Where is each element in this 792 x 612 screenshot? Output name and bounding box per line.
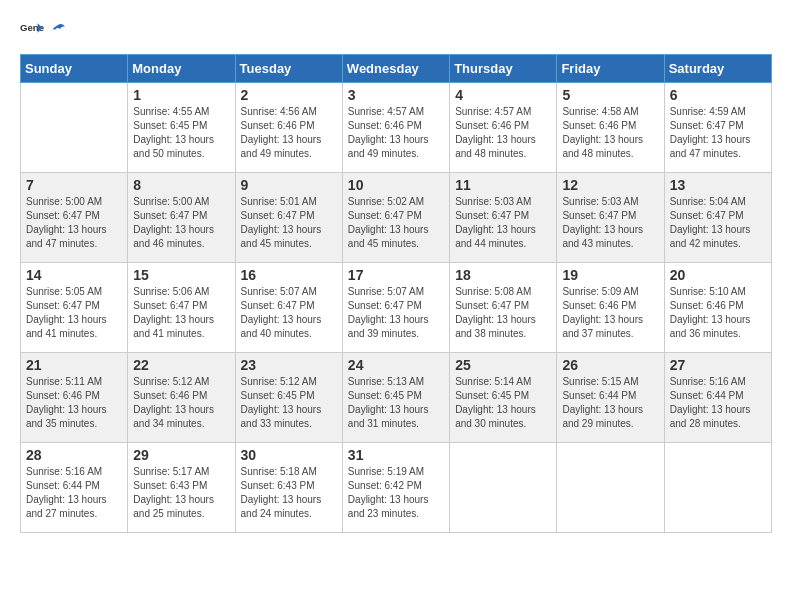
sunset-text: Sunset: 6:47 PM bbox=[455, 300, 529, 311]
day-info: Sunrise: 5:02 AM Sunset: 6:47 PM Dayligh… bbox=[348, 195, 444, 251]
sunrise-text: Sunrise: 5:07 AM bbox=[348, 286, 424, 297]
sunrise-text: Sunrise: 5:06 AM bbox=[133, 286, 209, 297]
sunset-text: Sunset: 6:43 PM bbox=[241, 480, 315, 491]
sunset-text: Sunset: 6:46 PM bbox=[562, 120, 636, 131]
day-info: Sunrise: 5:17 AM Sunset: 6:43 PM Dayligh… bbox=[133, 465, 229, 521]
calendar-cell: 21 Sunrise: 5:11 AM Sunset: 6:46 PM Dayl… bbox=[21, 353, 128, 443]
sunrise-text: Sunrise: 4:57 AM bbox=[455, 106, 531, 117]
day-info: Sunrise: 5:10 AM Sunset: 6:46 PM Dayligh… bbox=[670, 285, 766, 341]
daylight-text: Daylight: 13 hours and 45 minutes. bbox=[241, 224, 322, 249]
header: General bbox=[20, 20, 772, 44]
daylight-text: Daylight: 13 hours and 41 minutes. bbox=[26, 314, 107, 339]
day-number: 24 bbox=[348, 357, 444, 373]
day-number: 18 bbox=[455, 267, 551, 283]
day-info: Sunrise: 5:07 AM Sunset: 6:47 PM Dayligh… bbox=[241, 285, 337, 341]
calendar-cell: 22 Sunrise: 5:12 AM Sunset: 6:46 PM Dayl… bbox=[128, 353, 235, 443]
day-number: 27 bbox=[670, 357, 766, 373]
day-info: Sunrise: 5:03 AM Sunset: 6:47 PM Dayligh… bbox=[562, 195, 658, 251]
sunset-text: Sunset: 6:46 PM bbox=[241, 120, 315, 131]
day-number: 22 bbox=[133, 357, 229, 373]
sunrise-text: Sunrise: 5:14 AM bbox=[455, 376, 531, 387]
sunrise-text: Sunrise: 4:58 AM bbox=[562, 106, 638, 117]
day-info: Sunrise: 5:08 AM Sunset: 6:47 PM Dayligh… bbox=[455, 285, 551, 341]
calendar-cell: 29 Sunrise: 5:17 AM Sunset: 6:43 PM Dayl… bbox=[128, 443, 235, 533]
daylight-text: Daylight: 13 hours and 31 minutes. bbox=[348, 404, 429, 429]
sunset-text: Sunset: 6:47 PM bbox=[241, 300, 315, 311]
day-number: 12 bbox=[562, 177, 658, 193]
week-row-3: 14 Sunrise: 5:05 AM Sunset: 6:47 PM Dayl… bbox=[21, 263, 772, 353]
day-number: 25 bbox=[455, 357, 551, 373]
calendar-cell: 26 Sunrise: 5:15 AM Sunset: 6:44 PM Dayl… bbox=[557, 353, 664, 443]
sunrise-text: Sunrise: 5:12 AM bbox=[241, 376, 317, 387]
sunrise-text: Sunrise: 5:08 AM bbox=[455, 286, 531, 297]
calendar-cell: 28 Sunrise: 5:16 AM Sunset: 6:44 PM Dayl… bbox=[21, 443, 128, 533]
sunset-text: Sunset: 6:43 PM bbox=[133, 480, 207, 491]
sunrise-text: Sunrise: 5:01 AM bbox=[241, 196, 317, 207]
calendar-cell: 24 Sunrise: 5:13 AM Sunset: 6:45 PM Dayl… bbox=[342, 353, 449, 443]
week-row-1: 1 Sunrise: 4:55 AM Sunset: 6:45 PM Dayli… bbox=[21, 83, 772, 173]
day-info: Sunrise: 5:18 AM Sunset: 6:43 PM Dayligh… bbox=[241, 465, 337, 521]
day-info: Sunrise: 5:05 AM Sunset: 6:47 PM Dayligh… bbox=[26, 285, 122, 341]
day-info: Sunrise: 4:58 AM Sunset: 6:46 PM Dayligh… bbox=[562, 105, 658, 161]
day-number: 6 bbox=[670, 87, 766, 103]
day-info: Sunrise: 4:59 AM Sunset: 6:47 PM Dayligh… bbox=[670, 105, 766, 161]
weekday-header-tuesday: Tuesday bbox=[235, 55, 342, 83]
calendar-cell bbox=[664, 443, 771, 533]
sunrise-text: Sunrise: 4:55 AM bbox=[133, 106, 209, 117]
calendar-cell: 6 Sunrise: 4:59 AM Sunset: 6:47 PM Dayli… bbox=[664, 83, 771, 173]
daylight-text: Daylight: 13 hours and 36 minutes. bbox=[670, 314, 751, 339]
week-row-2: 7 Sunrise: 5:00 AM Sunset: 6:47 PM Dayli… bbox=[21, 173, 772, 263]
sunrise-text: Sunrise: 5:11 AM bbox=[26, 376, 102, 387]
week-row-4: 21 Sunrise: 5:11 AM Sunset: 6:46 PM Dayl… bbox=[21, 353, 772, 443]
calendar-cell: 4 Sunrise: 4:57 AM Sunset: 6:46 PM Dayli… bbox=[450, 83, 557, 173]
sunrise-text: Sunrise: 5:16 AM bbox=[670, 376, 746, 387]
calendar-cell: 27 Sunrise: 5:16 AM Sunset: 6:44 PM Dayl… bbox=[664, 353, 771, 443]
daylight-text: Daylight: 13 hours and 49 minutes. bbox=[348, 134, 429, 159]
day-number: 29 bbox=[133, 447, 229, 463]
sunset-text: Sunset: 6:44 PM bbox=[26, 480, 100, 491]
day-info: Sunrise: 5:19 AM Sunset: 6:42 PM Dayligh… bbox=[348, 465, 444, 521]
sunrise-text: Sunrise: 4:56 AM bbox=[241, 106, 317, 117]
calendar-cell: 23 Sunrise: 5:12 AM Sunset: 6:45 PM Dayl… bbox=[235, 353, 342, 443]
day-number: 17 bbox=[348, 267, 444, 283]
calendar-cell: 31 Sunrise: 5:19 AM Sunset: 6:42 PM Dayl… bbox=[342, 443, 449, 533]
sunset-text: Sunset: 6:46 PM bbox=[562, 300, 636, 311]
day-info: Sunrise: 5:12 AM Sunset: 6:45 PM Dayligh… bbox=[241, 375, 337, 431]
sunrise-text: Sunrise: 5:19 AM bbox=[348, 466, 424, 477]
sunrise-text: Sunrise: 5:03 AM bbox=[562, 196, 638, 207]
daylight-text: Daylight: 13 hours and 27 minutes. bbox=[26, 494, 107, 519]
day-number: 30 bbox=[241, 447, 337, 463]
day-info: Sunrise: 5:14 AM Sunset: 6:45 PM Dayligh… bbox=[455, 375, 551, 431]
day-info: Sunrise: 5:00 AM Sunset: 6:47 PM Dayligh… bbox=[26, 195, 122, 251]
daylight-text: Daylight: 13 hours and 23 minutes. bbox=[348, 494, 429, 519]
sunrise-text: Sunrise: 5:04 AM bbox=[670, 196, 746, 207]
day-number: 15 bbox=[133, 267, 229, 283]
daylight-text: Daylight: 13 hours and 24 minutes. bbox=[241, 494, 322, 519]
weekday-header-wednesday: Wednesday bbox=[342, 55, 449, 83]
daylight-text: Daylight: 13 hours and 43 minutes. bbox=[562, 224, 643, 249]
daylight-text: Daylight: 13 hours and 25 minutes. bbox=[133, 494, 214, 519]
day-info: Sunrise: 5:00 AM Sunset: 6:47 PM Dayligh… bbox=[133, 195, 229, 251]
day-info: Sunrise: 4:57 AM Sunset: 6:46 PM Dayligh… bbox=[455, 105, 551, 161]
calendar-cell: 8 Sunrise: 5:00 AM Sunset: 6:47 PM Dayli… bbox=[128, 173, 235, 263]
day-number: 20 bbox=[670, 267, 766, 283]
sunset-text: Sunset: 6:46 PM bbox=[455, 120, 529, 131]
day-number: 4 bbox=[455, 87, 551, 103]
weekday-header-saturday: Saturday bbox=[664, 55, 771, 83]
daylight-text: Daylight: 13 hours and 49 minutes. bbox=[241, 134, 322, 159]
calendar-cell: 20 Sunrise: 5:10 AM Sunset: 6:46 PM Dayl… bbox=[664, 263, 771, 353]
sunset-text: Sunset: 6:46 PM bbox=[26, 390, 100, 401]
day-number: 10 bbox=[348, 177, 444, 193]
calendar-cell: 16 Sunrise: 5:07 AM Sunset: 6:47 PM Dayl… bbox=[235, 263, 342, 353]
day-info: Sunrise: 4:57 AM Sunset: 6:46 PM Dayligh… bbox=[348, 105, 444, 161]
calendar-cell: 11 Sunrise: 5:03 AM Sunset: 6:47 PM Dayl… bbox=[450, 173, 557, 263]
calendar-cell: 30 Sunrise: 5:18 AM Sunset: 6:43 PM Dayl… bbox=[235, 443, 342, 533]
calendar-cell: 10 Sunrise: 5:02 AM Sunset: 6:47 PM Dayl… bbox=[342, 173, 449, 263]
day-number: 16 bbox=[241, 267, 337, 283]
day-info: Sunrise: 5:13 AM Sunset: 6:45 PM Dayligh… bbox=[348, 375, 444, 431]
daylight-text: Daylight: 13 hours and 30 minutes. bbox=[455, 404, 536, 429]
sunrise-text: Sunrise: 5:17 AM bbox=[133, 466, 209, 477]
daylight-text: Daylight: 13 hours and 37 minutes. bbox=[562, 314, 643, 339]
sunset-text: Sunset: 6:45 PM bbox=[133, 120, 207, 131]
calendar-cell: 25 Sunrise: 5:14 AM Sunset: 6:45 PM Dayl… bbox=[450, 353, 557, 443]
